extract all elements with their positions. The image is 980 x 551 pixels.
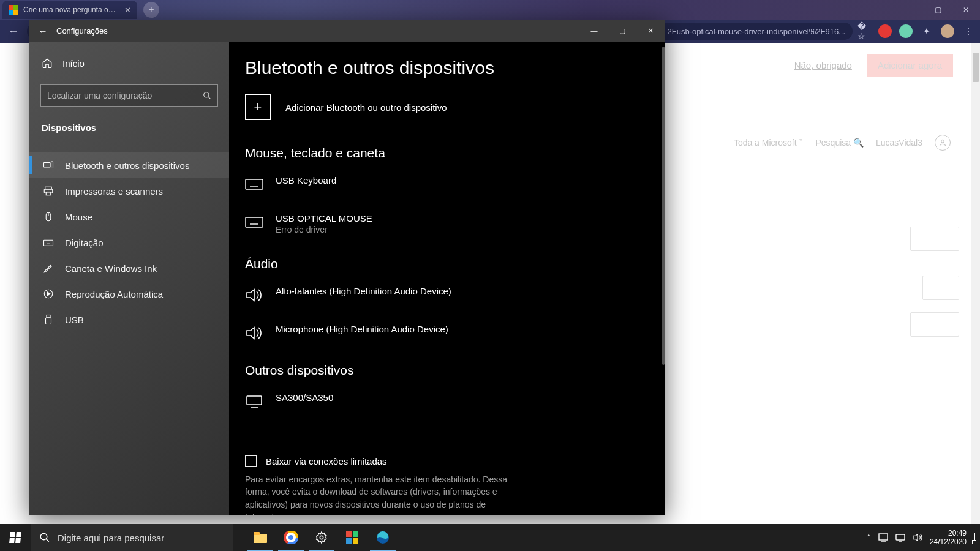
device-name: USB Keyboard [276,175,336,186]
speaker-icon [245,325,263,341]
monitor-icon [245,394,263,410]
browser-tabstrip: Crie uma nova pergunta ou inicia ✕ + — ▢… [0,0,980,20]
browser-menu-icon[interactable]: ⋮ [962,24,975,38]
sidebar-item-label: Mouse [65,212,92,222]
tray-network-icon[interactable] [895,533,905,542]
device-item-keyboard[interactable]: USB Keyboard [245,169,647,207]
keyboard-icon [43,237,54,248]
sidebar-item-autoplay[interactable]: Reprodução Automática [29,281,229,307]
svg-rect-10 [44,240,53,246]
device-item-mouse[interactable]: USB OPTICAL MOUSE Erro de driver [245,207,647,249]
extensions-puzzle-icon[interactable]: ✦ [920,24,933,38]
browser-close-button[interactable]: ✕ [952,0,980,20]
settings-back-button[interactable]: ← [29,26,56,36]
device-name: USB OPTICAL MOUSE [276,213,372,223]
system-tray: ˄ 20:49 24/12/2020 [867,529,980,547]
tab-close-icon[interactable]: ✕ [124,6,131,15]
banner-dismiss-link[interactable]: Não, obrigado [794,60,852,70]
section-other-title: Outros dispositivos [245,363,647,378]
sidebar-item-pen[interactable]: Caneta e Windows Ink [29,255,229,281]
page-title: Bluetooth e outros dispositivos [245,58,647,78]
mouse-icon [43,211,54,222]
browser-maximize-button[interactable]: ▢ [924,0,952,20]
sidebar-item-typing[interactable]: Digitação [29,230,229,255]
new-tab-button[interactable]: + [143,2,159,18]
content-scrollbar[interactable] [662,47,665,365]
browser-minimize-button[interactable]: — [895,0,924,20]
taskbar-search[interactable]: Digite aqui para pesquisar [31,524,233,551]
sidebar-item-mouse[interactable]: Mouse [29,204,229,230]
svg-rect-42 [254,534,267,543]
ms-username: LucasVidal3 [876,138,922,148]
keyboard-device-icon [245,176,263,192]
svg-rect-58 [896,534,905,540]
settings-maximize-button[interactable]: ▢ [608,20,636,42]
add-device-label: Adicionar Bluetooth ou outro dispositivo [285,102,447,113]
browser-scrollbar[interactable] [971,43,980,538]
extension-icon-1[interactable] [878,24,892,38]
metered-download-checkbox[interactable]: Baixar via conexões limitadas [245,455,647,467]
sidebar-item-label: Caneta e Windows Ink [65,263,157,274]
settings-search-input[interactable] [47,91,203,100]
checkbox-label: Baixar via conexões limitadas [266,456,387,467]
svg-rect-19 [46,318,51,324]
pen-icon [43,263,54,274]
tray-notifications-icon[interactable] [974,533,975,542]
taskbar-app-chrome[interactable] [276,524,306,551]
extension-icon-2[interactable] [899,24,913,38]
browser-tab-active[interactable]: Crie uma nova pergunta ou inicia ✕ [2,1,137,19]
svg-point-0 [941,140,944,143]
svg-line-2 [208,97,211,99]
svg-rect-7 [46,192,51,195]
ms-favicon [9,5,18,15]
home-icon [42,58,53,69]
taskbar-app-generic[interactable] [337,524,368,551]
ms-search[interactable]: Pesquisa 🔍 [815,138,863,148]
device-item-speakers[interactable]: Alto-falantes (High Definition Audio Dev… [245,280,647,318]
tray-input-icon[interactable] [878,533,888,542]
add-device-button[interactable]: + Adicionar Bluetooth ou outro dispositi… [245,94,647,120]
settings-minimize-button[interactable]: — [580,20,608,42]
start-button[interactable] [0,524,31,551]
taskbar-app-edge[interactable] [368,524,398,551]
settings-sidebar: Início Dispositivos Bluetooth e outros d… [29,42,229,515]
banner-cta-button[interactable]: Adicionar agora [867,54,953,77]
bookmark-star-icon[interactable]: � ☆ [858,24,871,38]
device-item-microphone[interactable]: Microphone (High Definition Audio Device… [245,318,647,356]
settings-content: Bluetooth e outros dispositivos + Adicio… [229,42,665,515]
settings-search[interactable] [40,84,218,107]
app-icon [346,531,358,544]
profile-avatar-icon[interactable] [941,24,954,38]
tray-clock[interactable]: 20:49 24/12/2020 [930,529,967,547]
sidebar-item-bluetooth[interactable]: Bluetooth e outros dispositivos [29,152,229,178]
settings-close-button[interactable]: ✕ [636,20,665,42]
sidebar-item-printers[interactable]: Impressoras e scanners [29,178,229,204]
user-avatar-icon[interactable] [935,135,951,151]
svg-point-50 [320,536,323,539]
settings-titlebar: ← Configurações — ▢ ✕ [29,20,665,42]
svg-marker-60 [913,534,918,541]
sidebar-item-label: Impressoras e scanners [65,186,163,197]
svg-rect-4 [51,162,53,168]
sidebar-item-usb[interactable]: USB [29,307,229,332]
svg-line-41 [46,539,49,542]
taskbar-app-explorer[interactable] [245,524,276,551]
tray-volume-icon[interactable] [913,533,922,542]
ms-all-dropdown[interactable]: Toda a Microsoft ˅ [734,138,804,148]
sidebar-item-label: Bluetooth e outros dispositivos [65,160,189,171]
section-audio-title: Áudio [245,257,647,271]
edge-icon [376,531,390,544]
sidebar-category-label: Dispositivos [29,116,229,139]
scrollbar-thumb[interactable] [973,53,979,82]
sidebar-home[interactable]: Início [29,50,229,76]
chrome-icon [284,531,298,544]
taskbar-app-settings[interactable] [306,524,337,551]
svg-point-1 [204,92,209,97]
svg-marker-37 [247,328,254,339]
browser-back-button[interactable]: ← [5,25,22,38]
device-item-monitor[interactable]: SA300/SA350 [245,386,647,424]
tray-chevron-up-icon[interactable]: ˄ [867,533,871,542]
metered-description: Para evitar encargos extras, mantenha es… [245,473,508,515]
sidebar-item-label: Digitação [65,238,104,248]
svg-point-40 [40,533,47,540]
